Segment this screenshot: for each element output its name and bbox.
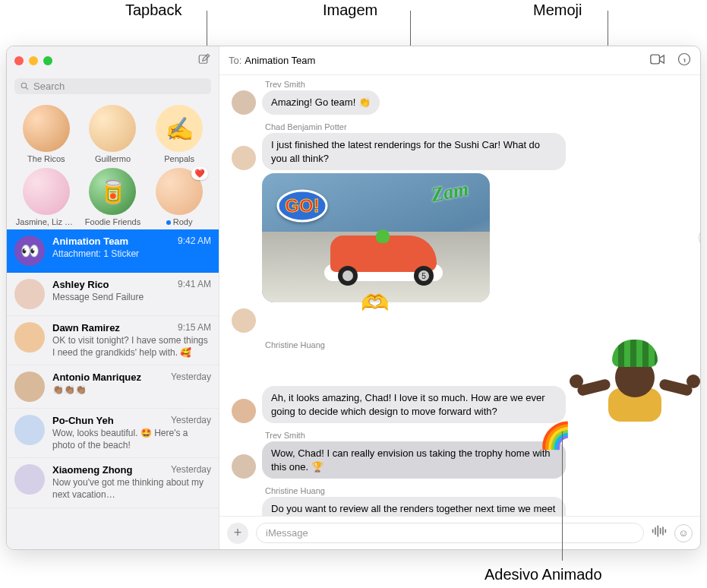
memoji-sticker[interactable] [589, 335, 680, 419]
message-thread[interactable]: Trev Smith Amazing! Go team! 👏 Chad Benj… [219, 75, 700, 516]
callouts-top: Tapback Imagem Memoji [0, 0, 707, 46]
conv-name: Antonio Manriquez [52, 371, 141, 383]
smiley-icon: ☺ [678, 527, 688, 539]
facetime-button[interactable] [650, 54, 665, 67]
rainbow-sticker-icon[interactable]: 🌈 [539, 420, 571, 450]
svg-rect-11 [665, 530, 667, 533]
plus-icon: + [234, 525, 242, 541]
zoom-window-button[interactable] [43, 56, 52, 65]
pin-name: Penpals [164, 154, 194, 163]
callout-tapback: Tapback [125, 2, 182, 19]
conversation-item[interactable]: 👀 Animation Team9:42 AM Attachment: 1 St… [7, 229, 219, 273]
svg-rect-10 [662, 526, 664, 536]
audio-message-button[interactable] [652, 524, 667, 542]
conversation-item[interactable]: Po-Chun YehYesterday Wow, looks beautifu… [7, 409, 219, 458]
conv-preview: Message Send Failure [52, 292, 211, 304]
minimize-window-button[interactable] [29, 56, 38, 65]
message-bubble[interactable]: Wow, Chad! I can really envision us taki… [262, 441, 566, 479]
pin-name: Guillermo [95, 154, 131, 163]
avatar [232, 454, 256, 479]
svg-rect-2 [651, 55, 660, 64]
go-sticker-icon: GO! [276, 187, 329, 228]
conversation-item[interactable]: Xiaomeng ZhongYesterday Now you've got m… [7, 458, 219, 507]
pinned-conversation[interactable]: 🥫 Foodie Friends [80, 168, 147, 226]
conv-time: Yesterday [171, 371, 211, 383]
avatar [232, 146, 256, 170]
message-input[interactable]: iMessage [256, 523, 644, 543]
search-input[interactable]: Search [14, 78, 211, 94]
conversation-item[interactable]: Antonio ManriquezYesterday 👏🏽👏🏽👏🏽 [7, 365, 219, 409]
avatar [23, 168, 70, 215]
avatar [23, 105, 70, 152]
avatar: 🥫 [89, 168, 136, 215]
svg-rect-6 [652, 530, 654, 533]
writing-hand-icon: ✍️ [166, 115, 194, 142]
callout-adesivo: Adesivo Animado [484, 566, 602, 583]
input-placeholder: iMessage [266, 527, 308, 539]
search-icon [20, 81, 30, 91]
conv-time: 9:42 AM [178, 236, 211, 247]
svg-rect-8 [658, 526, 659, 537]
conv-name: Dawn Ramirez [52, 322, 120, 334]
close-window-button[interactable] [14, 56, 24, 65]
message-bubble[interactable]: Amazing! Go team! 👏 [262, 90, 380, 115]
svg-text:GO!: GO! [285, 195, 319, 216]
avatar [89, 105, 136, 152]
conv-time: Yesterday [171, 464, 211, 476]
waveform-icon [652, 524, 667, 538]
svg-rect-7 [655, 527, 656, 535]
share-attachment-button[interactable] [699, 226, 700, 249]
compose-button[interactable] [197, 52, 211, 69]
pinned-conversation[interactable]: Jasmine, Liz &… [13, 168, 80, 226]
avatar [232, 308, 256, 333]
image-attachment[interactable]: 5 GO! Zam 🫶 [262, 173, 688, 302]
to-name[interactable]: Animation Team [245, 55, 315, 66]
pinned-conversation[interactable]: The Ricos [13, 105, 80, 163]
details-button[interactable] [677, 52, 691, 68]
conv-time: Yesterday [171, 415, 211, 426]
conv-preview: Attachment: 1 Sticker [52, 248, 211, 261]
avatar [14, 322, 45, 352]
conv-name: Xiaomeng Zhong [52, 464, 132, 476]
sushi-car-image: 5 GO! Zam [262, 173, 490, 302]
message: Trev Smith Amazing! Go team! 👏 [232, 80, 688, 115]
message-bubble[interactable]: I just finished the latest renderings fo… [262, 133, 566, 170]
message: Christine Huang Do you want to review al… [232, 486, 688, 516]
conversation-item[interactable]: Ashley Rico9:41 AM Message Send Failure [7, 273, 219, 316]
conv-time: 9:41 AM [178, 279, 211, 290]
eyes-icon: 👀 [21, 242, 39, 260]
unread-dot-icon [166, 220, 171, 225]
conv-name: Po-Chun Yeh [52, 415, 114, 426]
zam-sticker-icon: Zam [430, 178, 471, 207]
heart-hands-sticker-icon: 🫶 [361, 289, 389, 316]
emoji-picker-button[interactable]: ☺ [674, 524, 693, 542]
conversation-list[interactable]: 👀 Animation Team9:42 AM Attachment: 1 St… [7, 229, 219, 549]
message-bubble[interactable]: Ah, it looks amazing, Chad! I love it so… [262, 386, 566, 423]
traffic-lights [14, 56, 52, 65]
avatar: ✍️ [156, 105, 203, 152]
conversation-item[interactable]: Dawn Ramirez9:15 AM OK to visit tonight?… [7, 316, 219, 365]
compose-row: + iMessage ☺ [219, 516, 700, 549]
conv-name: Ashley Rico [52, 279, 109, 290]
callouts-bottom: Adesivo Animado [0, 550, 707, 588]
avatar [14, 371, 45, 402]
avatar [14, 464, 45, 495]
memoji-figure [597, 335, 673, 419]
sender-name: Trev Smith [265, 80, 688, 89]
pinned-conversation[interactable]: ❤️ Rody [146, 168, 213, 226]
pinned-conversation[interactable]: Guillermo [80, 105, 147, 163]
can-icon: 🥫 [99, 179, 127, 205]
search-placeholder: Search [33, 81, 65, 92]
sender-name: Christine Huang [265, 486, 688, 495]
avatar [232, 399, 256, 423]
svg-rect-9 [660, 528, 661, 534]
pinned-conversation[interactable]: ✍️ Penpals [146, 105, 213, 163]
message-bubble[interactable]: Do you want to review all the renders to… [262, 497, 566, 516]
tapback-heart-icon: ❤️ [191, 167, 208, 180]
apps-button[interactable]: + [227, 523, 248, 544]
conversation-header: To: Animation Team [219, 46, 700, 75]
to-label: To: [229, 55, 241, 66]
messages-window: Search The Ricos Guillermo ✍️ Penpals Ja… [6, 46, 701, 550]
conv-preview: Wow, looks beautiful. 🤩 Here's a photo o… [52, 428, 211, 451]
avatar [14, 415, 45, 445]
